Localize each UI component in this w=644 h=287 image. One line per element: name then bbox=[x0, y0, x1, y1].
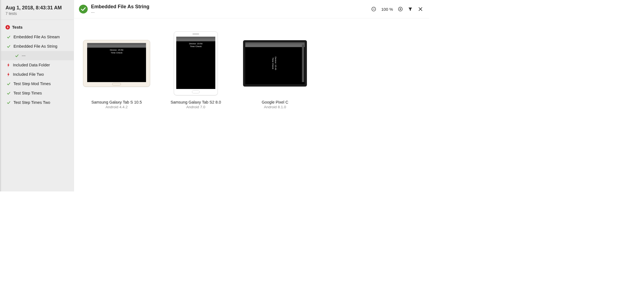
zoom-out-button[interactable] bbox=[371, 7, 376, 12]
header-controls: 100 % bbox=[371, 6, 423, 12]
device-screen: Device: 15:50Time Check bbox=[176, 37, 215, 89]
sidebar-item-label: Test Step Times bbox=[13, 91, 42, 95]
device-card[interactable]: Device: 15:50Time CheckSamsung Galaxy Ta… bbox=[81, 31, 152, 109]
svg-point-1 bbox=[79, 5, 88, 13]
device-screen: Device: 15:49Time Check bbox=[245, 42, 305, 84]
sidebar-test-item[interactable]: Test Step Times bbox=[1, 88, 74, 98]
device-screen-body: Device: 15:50Time Check bbox=[87, 48, 146, 82]
sidebar-test-item[interactable]: Test Step Mod Times bbox=[1, 79, 74, 88]
sidebar-item-label: Included File Two bbox=[13, 72, 44, 77]
check-icon bbox=[7, 101, 11, 105]
sidebar-test-item[interactable]: Embedded File As Stream bbox=[1, 32, 74, 42]
run-header: Aug 1, 2018, 8:43:31 AM 7 tests bbox=[1, 0, 74, 20]
sidebar-item-label: Included Data Folder bbox=[13, 63, 50, 67]
sidebar: Aug 1, 2018, 8:43:31 AM 7 tests Tests Em… bbox=[0, 0, 74, 191]
device-caption: Google Pixel CAndroid 8.1.0 bbox=[262, 100, 288, 109]
device-screen-line2: Time Check bbox=[190, 45, 202, 48]
device-grid: Device: 15:50Time CheckSamsung Galaxy Ta… bbox=[74, 18, 429, 191]
zoom-level: 100 % bbox=[381, 7, 393, 12]
device-caption: Samsung Galaxy Tab S2 8.0Android 7.0 bbox=[170, 100, 221, 109]
tests-root[interactable]: Tests bbox=[1, 20, 74, 32]
main-panel: Embedded File As String --- 100 % Device… bbox=[74, 0, 429, 191]
device-screen-line1: Device: 15:49 bbox=[275, 57, 277, 70]
device-os: Android 8.1.0 bbox=[262, 105, 288, 109]
device-frame: Device: 15:50Time Check bbox=[83, 40, 150, 87]
device-frame: Device: 15:49Time Check bbox=[243, 40, 307, 86]
check-icon bbox=[7, 35, 11, 39]
check-icon bbox=[15, 54, 19, 58]
run-count: 7 tests bbox=[5, 11, 69, 16]
sidebar-subitem-label: --- bbox=[22, 53, 26, 58]
sidebar-test-item[interactable]: Included File Two bbox=[1, 70, 74, 79]
bolt-icon bbox=[7, 63, 10, 67]
sidebar-item-label: Test Step Mod Times bbox=[13, 82, 51, 86]
tests-root-label: Tests bbox=[12, 25, 23, 29]
device-screen-line1: Device: 15:50 bbox=[189, 42, 203, 45]
device-name: Samsung Galaxy Tab S2 8.0 bbox=[170, 100, 221, 104]
device-frame: Device: 15:50Time Check bbox=[174, 31, 218, 95]
device-name: Google Pixel C bbox=[262, 100, 288, 104]
sidebar-test-item[interactable]: Test Step Times Two bbox=[1, 98, 74, 107]
sidebar-test-item[interactable]: Included Data Folder bbox=[1, 60, 74, 70]
close-button[interactable] bbox=[418, 6, 423, 12]
sidebar-item-label: Embedded File As Stream bbox=[13, 35, 60, 39]
device-card[interactable]: Device: 15:50Time CheckSamsung Galaxy Ta… bbox=[160, 31, 231, 109]
check-icon bbox=[7, 82, 11, 86]
page-title: Embedded File As String bbox=[91, 4, 368, 10]
header-title-block: Embedded File As String --- bbox=[91, 4, 368, 14]
filter-button[interactable] bbox=[408, 7, 413, 12]
device-screen-line2: Time Check bbox=[272, 58, 274, 69]
device-os: Android 4.4.2 bbox=[91, 105, 142, 109]
device-screen-body: Device: 15:50Time Check bbox=[176, 41, 215, 89]
device-screen-line1: Device: 15:50 bbox=[110, 49, 123, 51]
device-os: Android 7.0 bbox=[170, 105, 221, 109]
device-card[interactable]: Device: 15:49Time CheckGoogle Pixel CAnd… bbox=[240, 31, 310, 109]
zoom-in-button[interactable] bbox=[398, 7, 403, 12]
device-frame-area: Device: 15:50Time Check bbox=[81, 31, 152, 96]
sidebar-test-item[interactable]: Embedded File As String bbox=[1, 42, 74, 51]
device-frame-area: Device: 15:49Time Check bbox=[240, 31, 310, 96]
device-screen: Device: 15:50Time Check bbox=[87, 43, 146, 82]
check-icon bbox=[7, 44, 11, 48]
sidebar-test-list: Embedded File As StreamEmbedded File As … bbox=[1, 32, 74, 107]
device-screen-line2: Time Check bbox=[111, 52, 122, 54]
device-screen-body: Device: 15:49Time Check bbox=[254, 42, 296, 84]
check-icon bbox=[7, 91, 11, 95]
status-pass-badge-icon bbox=[79, 5, 88, 13]
page-subtitle: --- bbox=[91, 10, 368, 14]
sidebar-item-label: Embedded File As String bbox=[13, 44, 57, 48]
run-date: Aug 1, 2018, 8:43:31 AM bbox=[5, 5, 69, 11]
sidebar-item-label: Test Step Times Two bbox=[13, 100, 50, 105]
bolt-badge-icon bbox=[5, 25, 10, 29]
device-caption: Samsung Galaxy Tab S 10.5Android 4.4.2 bbox=[91, 100, 142, 109]
sidebar-test-subitem[interactable]: --- bbox=[1, 51, 74, 60]
device-frame-area: Device: 15:50Time Check bbox=[160, 31, 231, 96]
bolt-icon bbox=[7, 72, 10, 77]
device-name: Samsung Galaxy Tab S 10.5 bbox=[91, 100, 142, 104]
main-header: Embedded File As String --- 100 % bbox=[74, 0, 429, 18]
